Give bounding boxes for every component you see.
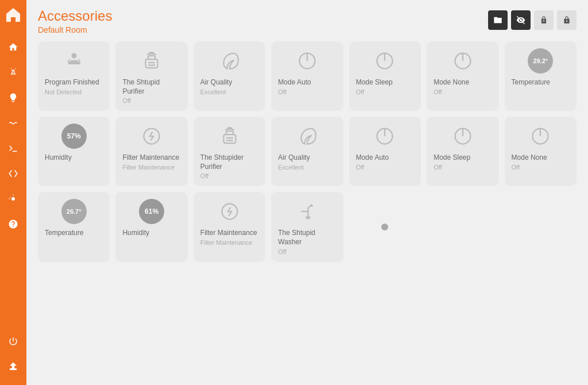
header: Accessories Default Room bbox=[26, 0, 588, 38]
folder-button[interactable] bbox=[488, 10, 508, 30]
main-content: Accessories Default Room bbox=[26, 0, 588, 385]
card-title: Mode Sleep bbox=[356, 78, 393, 87]
svg-rect-13 bbox=[223, 134, 235, 143]
card-humidity-2[interactable]: 61% Humidity bbox=[115, 192, 187, 261]
card-shtupid-purifier-1[interactable]: The Shtupid Purifier Off bbox=[115, 41, 187, 111]
card-mode-none-1[interactable]: Mode None Off bbox=[427, 41, 498, 111]
card-filter-maintenance-1[interactable]: Filter Maintenance Filter Maintenance bbox=[115, 117, 187, 186]
power-icon bbox=[450, 48, 475, 74]
card-title: Mode Auto bbox=[278, 78, 311, 87]
power-icon bbox=[528, 124, 553, 149]
card-subtitle: Off bbox=[278, 248, 286, 255]
card-title: Filter Maintenance bbox=[200, 229, 257, 238]
card-title: Humidity bbox=[45, 153, 72, 163]
card-filter-maintenance-2[interactable]: Filter Maintenance Filter Maintenance bbox=[194, 192, 265, 261]
sidebar-logo bbox=[4, 6, 22, 24]
purifier-icon bbox=[139, 48, 164, 74]
card-mode-sleep-1[interactable]: Mode Sleep Off bbox=[349, 41, 421, 111]
card-subtitle: Excellent bbox=[200, 88, 226, 95]
dot-indicator bbox=[381, 224, 388, 230]
power-icon bbox=[372, 48, 397, 74]
sidebar-item-plug[interactable] bbox=[3, 62, 24, 83]
sidebar-item-code[interactable] bbox=[3, 163, 24, 184]
card-title: Humidity bbox=[122, 229, 149, 238]
lightning-icon bbox=[139, 124, 164, 149]
eye-button[interactable] bbox=[511, 10, 531, 30]
sidebar-item-wave[interactable] bbox=[3, 113, 24, 133]
power-icon bbox=[372, 124, 397, 149]
power-icon bbox=[295, 48, 320, 74]
card-mode-sleep-2[interactable]: Mode Sleep Off bbox=[427, 117, 498, 186]
card-title: The Shtupid Washer bbox=[278, 229, 336, 247]
card-temperature-1[interactable]: 29.2° Temperature bbox=[505, 41, 577, 111]
card-subtitle: Off bbox=[278, 88, 286, 95]
temperature-badge: 29.2° bbox=[528, 48, 553, 74]
sidebar-item-settings[interactable] bbox=[3, 188, 24, 209]
header-left: Accessories Default Room bbox=[38, 8, 112, 34]
lock-button[interactable] bbox=[557, 10, 577, 30]
card-title: Filter Maintenance bbox=[122, 153, 179, 163]
card-subtitle: Filter Maintenance bbox=[122, 164, 175, 171]
card-title: Temperature bbox=[512, 78, 550, 87]
card-subtitle: Off bbox=[356, 164, 364, 171]
sidebar-item-help[interactable] bbox=[3, 214, 24, 234]
card-humidity-1[interactable]: 57% Humidity bbox=[38, 117, 110, 186]
card-subtitle: Filter Maintenance bbox=[200, 239, 253, 246]
leaf-icon bbox=[217, 48, 242, 74]
card-title: The Shtupid Purifier bbox=[122, 78, 180, 96]
card-mode-auto-1[interactable]: Mode Auto Off bbox=[271, 41, 343, 111]
card-subtitle: Off bbox=[434, 88, 442, 95]
sidebar-item-power[interactable] bbox=[3, 331, 24, 352]
card-mode-auto-2[interactable]: Mode Auto Off bbox=[349, 117, 421, 186]
card-subtitle: Off bbox=[356, 88, 364, 95]
power-icon bbox=[450, 124, 475, 149]
card-empty bbox=[349, 192, 421, 261]
temperature-badge: 26.7° bbox=[61, 199, 87, 224]
purifier-icon bbox=[217, 124, 242, 149]
card-title: Mode Sleep bbox=[434, 153, 470, 163]
svg-marker-0 bbox=[6, 8, 20, 22]
card-title: Program Finished bbox=[45, 78, 99, 87]
svg-rect-23 bbox=[306, 217, 310, 218]
leaf-icon bbox=[295, 124, 320, 149]
card-subtitle: Off bbox=[122, 97, 130, 104]
card-subtitle: Not Detected bbox=[45, 88, 82, 95]
card-subtitle: Excellent bbox=[278, 164, 304, 171]
lightning-icon bbox=[217, 199, 242, 224]
cards-grid-container: Program Finished Not Detected The Shtupi… bbox=[26, 38, 588, 385]
page-subtitle: Default Room bbox=[38, 25, 112, 34]
card-temperature-2[interactable]: 26.7° Temperature bbox=[38, 192, 110, 261]
card-title: Temperature bbox=[45, 229, 83, 238]
card-title: Air Quality bbox=[278, 153, 310, 163]
svg-rect-3 bbox=[146, 59, 158, 68]
card-title: Mode Auto bbox=[356, 153, 389, 163]
card-air-quality-2[interactable]: Air Quality Excellent bbox=[271, 117, 343, 186]
page-title: Accessories bbox=[38, 8, 112, 24]
card-shtupid-washer[interactable]: The Shtupid Washer Off bbox=[271, 192, 343, 261]
card-subtitle: Off bbox=[512, 164, 520, 171]
sidebar-item-terminal[interactable] bbox=[3, 138, 24, 159]
lock-open-button[interactable] bbox=[534, 10, 554, 30]
humidity-icon: 57% bbox=[61, 124, 87, 149]
card-air-quality-1[interactable]: Air Quality Excellent bbox=[194, 41, 265, 111]
card-title: Mode None bbox=[512, 153, 547, 163]
card-title: The Shtupider Purifier bbox=[200, 153, 258, 171]
card-subtitle: Off bbox=[434, 164, 442, 171]
humidity-badge: 61% bbox=[139, 199, 164, 224]
sidebar bbox=[0, 0, 26, 385]
card-row-2: 57% Humidity Filter Maintenance Filter M… bbox=[38, 117, 577, 186]
svg-point-2 bbox=[71, 53, 76, 59]
card-mode-none-2[interactable]: Mode None Off bbox=[505, 117, 577, 186]
card-row-1: Program Finished Not Detected The Shtupi… bbox=[38, 41, 577, 111]
card-shtupider-purifier[interactable]: The Shtupider Purifier Off bbox=[194, 117, 265, 186]
faucet-icon bbox=[295, 199, 320, 224]
sidebar-item-export[interactable] bbox=[3, 356, 24, 377]
card-subtitle: Off bbox=[200, 172, 208, 179]
person-icon bbox=[61, 48, 87, 74]
sidebar-item-home[interactable] bbox=[3, 37, 24, 57]
sidebar-item-bulb[interactable] bbox=[3, 87, 24, 108]
card-program-finished[interactable]: Program Finished Not Detected bbox=[38, 41, 110, 111]
card-row-3: 26.7° Temperature 61% Humidity Filter Ma… bbox=[38, 192, 577, 261]
card-title: Mode None bbox=[434, 78, 469, 87]
header-actions bbox=[488, 10, 577, 30]
